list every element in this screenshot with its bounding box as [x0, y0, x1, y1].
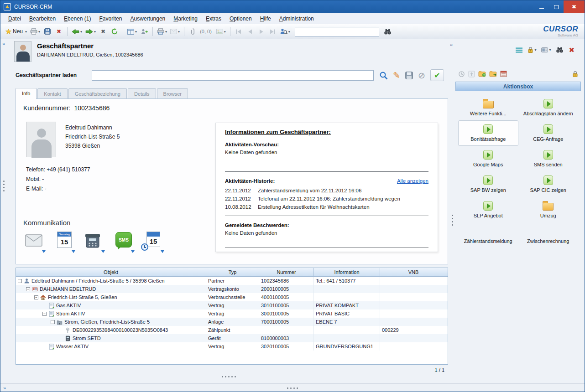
- table-row[interactable]: Strom SETDGerät8100000003: [16, 334, 448, 342]
- dropdown-icon[interactable]: ▾: [80, 30, 82, 34]
- left-splitter-grip[interactable]: [3, 181, 5, 191]
- menu-item-datei[interactable]: Datei: [4, 14, 25, 23]
- tab-info[interactable]: Info: [16, 88, 37, 99]
- alle-anzeigen-link[interactable]: Alle anzeigen: [397, 178, 428, 184]
- minimize-button[interactable]: [534, 0, 549, 13]
- maximize-button[interactable]: [549, 0, 564, 13]
- dropdown-icon[interactable]: ▾: [135, 30, 137, 34]
- nav-prev-button[interactable]: [245, 26, 256, 37]
- close-window-button[interactable]: ✖: [564, 0, 585, 13]
- table-row[interactable]: −DAHLMANN EDELTRUDVertragskonto200010000…: [16, 285, 448, 293]
- dropdown-icon[interactable]: ▾: [534, 48, 536, 52]
- dropdown-icon[interactable]: ▾: [224, 30, 226, 34]
- report-button[interactable]: ▾: [156, 26, 168, 37]
- appointment-button[interactable]: 15: [144, 231, 163, 250]
- action-slp-angebot[interactable]: SLP Angebot: [458, 197, 518, 222]
- lock-button[interactable]: [572, 71, 578, 77]
- nav-first-button[interactable]: [233, 26, 244, 37]
- link-folder-button[interactable]: [489, 71, 497, 77]
- close-button[interactable]: ✖: [569, 46, 575, 53]
- column-header-vnb[interactable]: VNB: [380, 268, 447, 276]
- export-button[interactable]: [500, 71, 507, 77]
- action-bonitätsabfrage[interactable]: Bonitätsabfrage: [458, 120, 518, 146]
- print-button[interactable]: ▾: [29, 26, 42, 37]
- nav-last-button[interactable]: [267, 26, 278, 37]
- phone-button[interactable]: [84, 231, 104, 250]
- vertical-splitter-grip[interactable]: [452, 215, 453, 226]
- menu-item-favoriten[interactable]: Favoriten: [95, 14, 126, 23]
- action-weitere-funkti[interactable]: Weitere Funkti...: [458, 95, 518, 120]
- table-row[interactable]: −Strom AKTIVVertrag3000100005PRIVAT BASI…: [16, 309, 448, 318]
- menu-item-extras[interactable]: Extras: [202, 14, 225, 23]
- tree-expander-icon[interactable]: −: [18, 279, 22, 283]
- horizontal-splitter-grip[interactable]: [222, 376, 236, 377]
- lock-button[interactable]: ▾: [528, 46, 536, 53]
- forward-button[interactable]: ▾: [84, 26, 97, 37]
- vertical-splitter[interactable]: [450, 64, 455, 382]
- save-button[interactable]: [405, 72, 413, 79]
- action-abschlagsplan-ändern[interactable]: Abschlagsplan ändern: [518, 95, 579, 120]
- dropdown-icon[interactable]: ▾: [288, 30, 290, 34]
- save-button[interactable]: [42, 26, 53, 37]
- tab-geschäftsbeziehung[interactable]: Geschäftsbeziehung: [68, 88, 127, 98]
- table-row[interactable]: −Edeltrud Dahlmann / Friedrich-List-Stra…: [16, 277, 448, 285]
- action-sap-bw-zeigen[interactable]: SAP BW zeigen: [458, 171, 518, 197]
- dropdown-icon[interactable]: [72, 250, 75, 253]
- dropdown-icon[interactable]: ▾: [38, 30, 40, 34]
- dropdown-icon[interactable]: [161, 250, 164, 253]
- view-options-button[interactable]: ▾: [541, 47, 551, 53]
- dropdown-icon[interactable]: [42, 250, 46, 253]
- add-folder-button[interactable]: [478, 71, 486, 77]
- mail-view-button[interactable]: ▾: [169, 26, 181, 37]
- refresh-button[interactable]: [109, 26, 120, 37]
- menu-item-ebenen-1[interactable]: Ebenen (1): [60, 14, 95, 23]
- action-sap-cic-zeigen[interactable]: SAP CIC zeigen: [518, 171, 579, 197]
- discard-button[interactable]: ⊘: [418, 71, 425, 80]
- column-header-objekt[interactable]: Objekt: [16, 268, 206, 276]
- up-button[interactable]: [468, 71, 475, 77]
- assign-button[interactable]: [139, 26, 150, 37]
- binoculars-button[interactable]: [556, 47, 564, 53]
- loader-input[interactable]: [92, 70, 374, 81]
- action-zählerstandsmeldung[interactable]: Zählerstandsmeldung: [458, 222, 518, 248]
- new-button[interactable]: Neu▾: [4, 26, 28, 37]
- history-button[interactable]: [458, 71, 465, 77]
- dropdown-icon[interactable]: [131, 250, 135, 253]
- dropdown-icon[interactable]: ▾: [25, 30, 27, 34]
- cancel-button[interactable]: ✖: [98, 26, 109, 37]
- toolbar-search-input[interactable]: [295, 27, 379, 36]
- tab-kontakt[interactable]: Kontakt: [37, 88, 67, 98]
- tree-expander-icon[interactable]: −: [26, 287, 30, 291]
- edit-button[interactable]: ✎: [393, 71, 400, 80]
- table-row[interactable]: −Friedrich-List-Straße 5, GießenVerbrauc…: [16, 293, 448, 301]
- calendar-button[interactable]: Samstag 15: [55, 231, 74, 250]
- confirm-button[interactable]: ✔: [430, 69, 444, 81]
- tab-browser[interactable]: Browser: [157, 88, 188, 98]
- action-google-maps[interactable]: Google Maps: [458, 146, 518, 171]
- expand-bottom-panel-icon[interactable]: »: [3, 385, 6, 391]
- menu-item-optionen[interactable]: Optionen: [225, 14, 256, 23]
- sms-button[interactable]: SMS: [114, 231, 133, 250]
- action-ceg-anfrage[interactable]: CEG-Anfrage: [518, 120, 579, 146]
- search-button[interactable]: [379, 71, 388, 80]
- attachment-button[interactable]: [187, 26, 198, 37]
- table-row[interactable]: −Strom, Gießen, Friedrich-List-Straße 5A…: [16, 318, 448, 326]
- table-row[interactable]: DE000229353984000100023N5035O0843Zählpun…: [16, 326, 448, 334]
- tree-expander-icon[interactable]: −: [42, 312, 47, 316]
- collapse-right-panel-icon[interactable]: «: [450, 42, 453, 47]
- binoculars-button[interactable]: [382, 26, 393, 37]
- column-header-information[interactable]: Information: [314, 268, 380, 276]
- menu-item-marketing[interactable]: Marketing: [169, 14, 202, 23]
- action-zwischenrechnung[interactable]: Zwischenrechnung: [518, 222, 579, 248]
- table-row[interactable]: Gas AKTIVVertrag3010100005PRIVAT KOMPAKT: [16, 301, 448, 309]
- bottom-splitter-grip[interactable]: [287, 387, 298, 389]
- back-button[interactable]: ▾: [70, 26, 84, 37]
- email-button[interactable]: [25, 231, 44, 250]
- menu-item-administration[interactable]: Administration: [275, 14, 318, 23]
- action-sms-senden[interactable]: SMS senden: [518, 146, 579, 171]
- expand-left-panel-icon[interactable]: »: [2, 41, 5, 46]
- menu-item-auswertungen[interactable]: Auswertungen: [126, 14, 170, 23]
- nav-next-button[interactable]: [256, 26, 267, 37]
- person-search-button[interactable]: ▾: [279, 26, 292, 37]
- image-button[interactable]: ▾: [215, 26, 227, 37]
